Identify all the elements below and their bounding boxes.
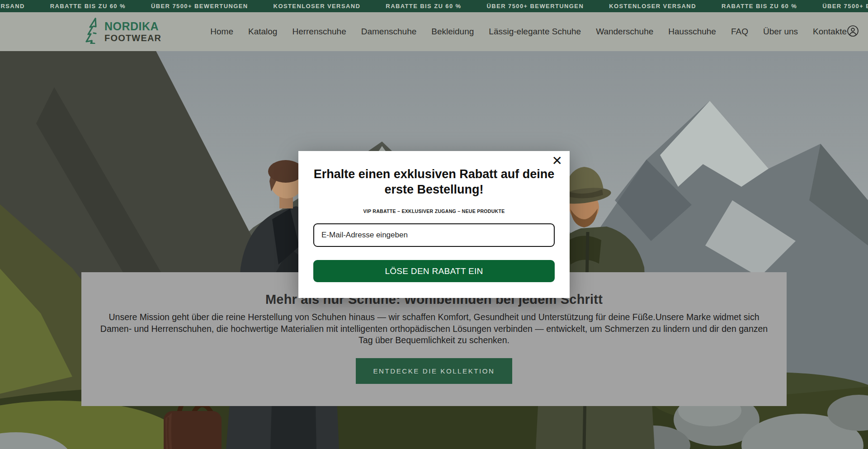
discount-modal: ✕ Erhalte einen exklusiven Rabatt auf de… (298, 151, 570, 298)
modal-title: Erhalte einen exklusiven Rabatt auf dein… (313, 166, 555, 197)
modal-subtitle: VIP RABATTE – EXKLUSIVER ZUGANG – NEUE P… (313, 208, 555, 214)
redeem-discount-button[interactable]: LÖSE DEN RABATT EIN (313, 260, 555, 282)
close-icon[interactable]: ✕ (552, 155, 562, 167)
email-input[interactable] (313, 223, 555, 247)
page: KOSTENLOSER VERSAND RABATTE BIS ZU 60 % … (0, 0, 868, 449)
